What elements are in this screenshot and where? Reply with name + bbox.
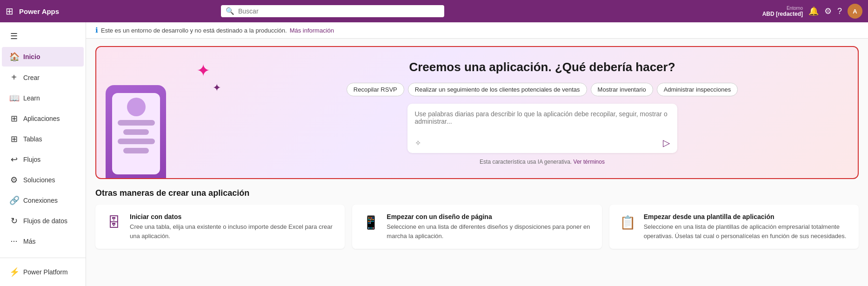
- info-banner: ℹ Este es un entorno de desarrollo y no …: [86, 22, 868, 39]
- card-title-3: Empezar desde una plantilla de aplicació…: [644, 213, 849, 220]
- sidebar-item-power-platform[interactable]: ⚡ Power Platform: [2, 262, 84, 282]
- tables-icon: ⊞: [9, 134, 19, 144]
- env-name: ABD [redacted]: [762, 11, 803, 17]
- phone-screen: [112, 93, 160, 174]
- database-icon: 🗄: [107, 215, 120, 230]
- cards-row: 🗄 Iniciar con datos Cree una tabla, elij…: [95, 205, 859, 249]
- sidebar-divider: [0, 251, 86, 258]
- card-content-3: Empezar desde una plantilla de aplicació…: [644, 213, 849, 240]
- chip-inspecciones[interactable]: Administrar inspecciones: [657, 83, 738, 96]
- sidebar-label-inicio: Inicio: [23, 53, 40, 60]
- footer-note-text: Esta característica usa IA generativa.: [480, 159, 572, 165]
- send-button[interactable]: ▷: [663, 137, 670, 148]
- sidebar-item-tablas[interactable]: ⊞ Tablas: [2, 129, 84, 149]
- other-ways-section: Otras maneras de crear una aplicación 🗄 …: [86, 188, 868, 258]
- topbar-right: Entorno ABD [redacted] 🔔 ⚙ ? A: [762, 4, 862, 19]
- hero-textarea-wrapper: ✧ ▷: [407, 104, 677, 153]
- power-platform-icon: ⚡: [9, 267, 19, 277]
- search-icon: 🔍: [226, 7, 234, 15]
- chip-rsvp[interactable]: Recopilar RSVP: [347, 83, 404, 96]
- card-top-2: 📱 Empezar con un diseño de página Selecc…: [361, 213, 592, 240]
- sidebar-item-flujos-datos[interactable]: ↻ Flujos de datos: [2, 211, 84, 231]
- ai-sparkle-icon: ✧: [415, 139, 421, 147]
- solutions-icon: ⚙: [9, 175, 19, 185]
- sidebar-label-conexiones: Conexiones: [23, 197, 58, 204]
- card-desc-2: Seleccione en una lista de diferentes di…: [387, 222, 592, 240]
- sidebar-item-mas[interactable]: ··· Más: [2, 232, 84, 251]
- sidebar-label-tablas: Tablas: [23, 135, 42, 143]
- sidebar-item-learn[interactable]: 📖 Learn: [2, 88, 84, 108]
- phone-row-2: [123, 129, 149, 135]
- card-top-1: 🗄 Iniciar con datos Cree una tabla, elij…: [105, 213, 335, 240]
- phone-row-3: [118, 139, 155, 144]
- sidebar-label-flujos: Flujos: [23, 156, 40, 163]
- learn-icon: 📖: [9, 93, 19, 103]
- chip-clientes[interactable]: Realizar un seguimiento de los clientes …: [408, 83, 587, 96]
- info-icon: ℹ: [95, 26, 98, 34]
- sidebar-label-mas: Más: [23, 238, 35, 245]
- home-icon: 🏠: [9, 52, 19, 62]
- card-iniciar-datos: 🗄 Iniciar con datos Cree una tabla, elij…: [95, 205, 345, 249]
- card-desc-3: Seleccione en una lista de plantillas de…: [644, 222, 849, 240]
- other-ways-title: Otras maneras de crear una aplicación: [95, 188, 859, 198]
- hero-main: Creemos una aplicación. ¿Qué debería hac…: [245, 60, 839, 165]
- sidebar-item-soluciones[interactable]: ⚙ Soluciones: [2, 170, 84, 190]
- phone-circle: [127, 98, 146, 116]
- settings-icon[interactable]: ⚙: [824, 6, 832, 16]
- template-icon: 📋: [620, 215, 636, 230]
- search-input[interactable]: [238, 7, 440, 15]
- sidebar-label-learn: Learn: [23, 94, 40, 102]
- environment-info: Entorno ABD [redacted]: [762, 6, 803, 17]
- sidebar-item-inicio[interactable]: 🏠 Inicio: [2, 47, 84, 67]
- notification-icon[interactable]: 🔔: [808, 6, 819, 16]
- topbar: ⊞ Power Apps 🔍 Entorno ABD [redacted] 🔔 …: [0, 0, 868, 22]
- sparkle-large-icon: ✦: [196, 61, 210, 80]
- card-icon-wrap-3: 📋: [619, 213, 637, 232]
- avatar[interactable]: A: [848, 4, 862, 19]
- hero-section: ✦ ✦ Creemos una aplicación. ¿Qué debería…: [95, 46, 859, 179]
- phone-row-1: [118, 120, 155, 126]
- page-design-icon: 📱: [363, 215, 379, 230]
- more-icon: ···: [9, 236, 19, 246]
- sidebar-hamburger[interactable]: ☰: [2, 27, 84, 46]
- help-icon[interactable]: ?: [837, 7, 842, 16]
- sidebar-label-power-platform: Power Platform: [23, 268, 68, 276]
- main-layout: ☰ 🏠 Inicio + Crear 📖 Learn ⊞ Aplicacione…: [0, 22, 868, 286]
- grid-icon[interactable]: ⊞: [6, 6, 13, 17]
- card-icon-wrap-2: 📱: [361, 213, 380, 232]
- sidebar-item-aplicaciones[interactable]: ⊞ Aplicaciones: [2, 109, 84, 128]
- sidebar-label-crear: Crear: [23, 74, 40, 81]
- sidebar-label-aplicaciones: Aplicaciones: [23, 115, 60, 122]
- hero-chips: Recopilar RSVP Realizar un seguimiento d…: [245, 83, 839, 96]
- content-area: ℹ Este es un entorno de desarrollo y no …: [86, 22, 868, 286]
- sidebar-item-conexiones[interactable]: 🔗 Conexiones: [2, 191, 84, 210]
- info-text: Este es un entorno de desarrollo y no es…: [101, 27, 287, 34]
- card-desc-1: Cree una tabla, elija una existente o in…: [130, 222, 335, 240]
- env-label: Entorno: [787, 6, 803, 11]
- info-link[interactable]: Más información: [290, 27, 334, 34]
- sidebar-bottom: ⚡ Power Platform: [0, 258, 86, 282]
- sidebar-label-soluciones: Soluciones: [23, 176, 55, 184]
- card-icon-wrap-1: 🗄: [105, 213, 123, 232]
- footer-link[interactable]: Ver términos: [574, 159, 605, 165]
- hero-textarea[interactable]: [415, 110, 670, 133]
- search-box[interactable]: 🔍: [221, 5, 444, 17]
- hero-textarea-footer: ✧ ▷: [415, 137, 670, 148]
- sparkle-small-icon: ✦: [213, 82, 221, 94]
- card-content-2: Empezar con un diseño de página Seleccio…: [387, 213, 592, 240]
- sidebar-item-crear[interactable]: + Crear: [2, 67, 84, 87]
- send-icon: ▷: [663, 137, 670, 148]
- phone-decoration: [96, 67, 199, 178]
- card-content-1: Iniciar con datos Cree una tabla, elija …: [130, 213, 335, 240]
- chip-inventario[interactable]: Mostrar inventario: [591, 83, 653, 96]
- app-title: Power Apps: [19, 7, 59, 15]
- card-diseno-pagina: 📱 Empezar con un diseño de página Selecc…: [352, 205, 601, 249]
- card-title-2: Empezar con un diseño de página: [387, 213, 592, 220]
- card-top-3: 📋 Empezar desde una plantilla de aplicac…: [619, 213, 849, 240]
- sidebar: ☰ 🏠 Inicio + Crear 📖 Learn ⊞ Aplicacione…: [0, 22, 86, 286]
- card-title-1: Iniciar con datos: [130, 213, 335, 220]
- plus-icon: +: [9, 72, 19, 83]
- hamburger-icon: ☰: [9, 31, 19, 41]
- sidebar-item-flujos[interactable]: ↩ Flujos: [2, 150, 84, 169]
- card-plantilla: 📋 Empezar desde una plantilla de aplicac…: [609, 205, 859, 249]
